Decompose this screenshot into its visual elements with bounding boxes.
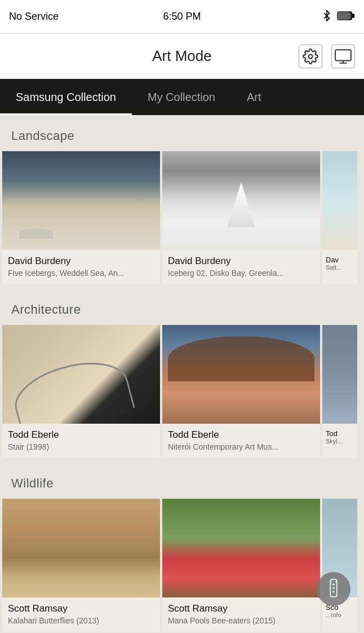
landscape-card-1-artist: David Burdeny	[8, 256, 154, 267]
arch-img-bg-1	[2, 325, 160, 424]
architecture-card-2-artist: Todd Eberle	[168, 429, 314, 441]
landscape-image-1	[2, 151, 160, 250]
landscape-image-2	[162, 151, 320, 250]
landscape-card-3-partial-artist: Dav	[326, 256, 354, 264]
landscape-card-2-info: David Burdeny Iceberg 02, Disko Bay, Gre…	[162, 250, 320, 284]
architecture-card-1-info: Todd Eberle Stair (1998)	[2, 424, 160, 458]
landscape-cards-row: David Burdeny Five Icebergs, Weddell Sea…	[0, 151, 364, 284]
tab-my-collection[interactable]: My Collection	[132, 79, 231, 115]
architecture-card-1[interactable]: Todd Eberle Stair (1998)	[2, 325, 160, 458]
architecture-card-2-title: Niterói Contemporary Art Mus...	[168, 442, 314, 451]
svg-point-11	[332, 587, 334, 589]
wildlife-image-1	[2, 499, 160, 597]
wild-img-bg-2	[162, 499, 320, 597]
architecture-card-2[interactable]: Todd Eberle Niterói Contemporary Art Mus…	[162, 325, 320, 458]
architecture-card-2-info: Todd Eberle Niterói Contemporary Art Mus…	[162, 424, 320, 458]
landscape-card-3-partial[interactable]: Dav Salt...	[322, 151, 357, 284]
remote-control-button[interactable]	[317, 572, 350, 606]
header: Art Mode	[0, 34, 364, 79]
display-icon	[335, 49, 352, 64]
landscape-card-3-partial-title: Salt...	[326, 264, 354, 271]
architecture-image-3-partial	[322, 325, 357, 424]
architecture-card-1-title: Stair (1998)	[8, 442, 154, 451]
landscape-img-bg-1	[2, 151, 160, 250]
wildlife-card-1-artist: Scott Ramsay	[8, 603, 154, 614]
landscape-img-bg-2	[162, 151, 320, 250]
svg-point-5	[309, 54, 313, 58]
wildlife-card-2-info: Scott Ramsay Mana Pools Bee-eaters (2015…	[162, 597, 320, 632]
main-content: Landscape David Burdeny Five Icebergs, W…	[0, 115, 364, 633]
tabs-bar: Samsung Collection My Collection Art	[0, 79, 364, 115]
landscape-card-1-info: David Burdeny Five Icebergs, Weddell Sea…	[2, 250, 160, 284]
wildlife-card-3-partial-title: ...mfo	[326, 612, 354, 618]
landscape-card-2[interactable]: David Burdeny Iceberg 02, Disko Bay, Gre…	[162, 151, 320, 284]
wildlife-card-2-artist: Scott Ramsay	[168, 603, 314, 614]
settings-icon	[303, 49, 318, 64]
landscape-card-1-title: Five Icebergs, Weddell Sea, An...	[8, 269, 154, 278]
architecture-image-1	[2, 325, 160, 424]
bluetooth-icon	[321, 10, 332, 24]
svg-rect-2	[338, 12, 349, 20]
architecture-card-3-partial[interactable]: Tod Skyl...	[322, 325, 357, 458]
tab-samsung-collection[interactable]: Samsung Collection	[0, 79, 132, 115]
architecture-card-1-artist: Todd Eberle	[8, 429, 154, 441]
header-title: Art Mode	[152, 47, 212, 65]
tab-art[interactable]: Art	[231, 79, 277, 115]
settings-button[interactable]	[299, 45, 322, 68]
wildlife-card-1-title: Kalahari Butterflies (2013)	[8, 616, 154, 625]
architecture-card-3-partial-info: Tod Skyl...	[322, 424, 357, 450]
wildlife-cards-row: Scott Ramsay Kalahari Butterflies (2013)…	[0, 499, 364, 632]
wildlife-image-2	[162, 499, 320, 597]
section-wildlife: Wildlife Scott Ramsay Kalahari Butterfli…	[0, 463, 364, 633]
remote-icon	[325, 579, 342, 599]
carrier-text: No Service	[9, 11, 59, 23]
arch-img-bg-3	[322, 325, 357, 424]
status-right	[321, 10, 355, 24]
section-landscape-title: Landscape	[0, 115, 364, 151]
display-button[interactable]	[331, 45, 355, 68]
architecture-image-2	[162, 325, 320, 424]
status-left: No Service	[9, 11, 63, 23]
landscape-img-bg-3	[322, 151, 357, 250]
battery-icon	[337, 11, 355, 23]
wild-img-bg-1	[2, 499, 160, 597]
landscape-card-2-title: Iceberg 02, Disko Bay, Greenla...	[168, 269, 314, 278]
section-wildlife-title: Wildlife	[0, 463, 364, 499]
svg-point-12	[332, 591, 334, 592]
wildlife-card-1-info: Scott Ramsay Kalahari Butterflies (2013)	[2, 597, 160, 632]
status-bar: No Service 6:50 PM	[0, 0, 364, 34]
architecture-card-3-partial-title: Skyl...	[326, 438, 354, 445]
svg-point-10	[332, 583, 334, 585]
section-architecture-title: Architecture	[0, 289, 364, 325]
section-architecture: Architecture Todd Eberle Stair (1998) To…	[0, 289, 364, 463]
wildlife-card-2[interactable]: Scott Ramsay Mana Pools Bee-eaters (2015…	[162, 499, 320, 632]
wildlife-card-1[interactable]: Scott Ramsay Kalahari Butterflies (2013)	[2, 499, 160, 632]
architecture-cards-row: Todd Eberle Stair (1998) Todd Eberle Nit…	[0, 325, 364, 458]
arch-img-bg-2	[162, 325, 320, 424]
landscape-card-3-partial-info: Dav Salt...	[322, 250, 357, 276]
landscape-card-1[interactable]: David Burdeny Five Icebergs, Weddell Sea…	[2, 151, 160, 284]
wildlife-card-3-partial[interactable]: Sco ...mfo	[322, 499, 357, 632]
header-icons	[299, 45, 355, 68]
landscape-image-3-partial	[322, 151, 357, 250]
landscape-card-2-artist: David Burdeny	[168, 256, 314, 267]
wildlife-card-2-title: Mana Pools Bee-eaters (2015)	[168, 616, 314, 625]
time-display: 6:50 PM	[163, 11, 201, 23]
svg-rect-6	[335, 50, 351, 60]
architecture-card-3-partial-artist: Tod	[326, 429, 354, 438]
section-landscape: Landscape David Burdeny Five Icebergs, W…	[0, 115, 364, 289]
